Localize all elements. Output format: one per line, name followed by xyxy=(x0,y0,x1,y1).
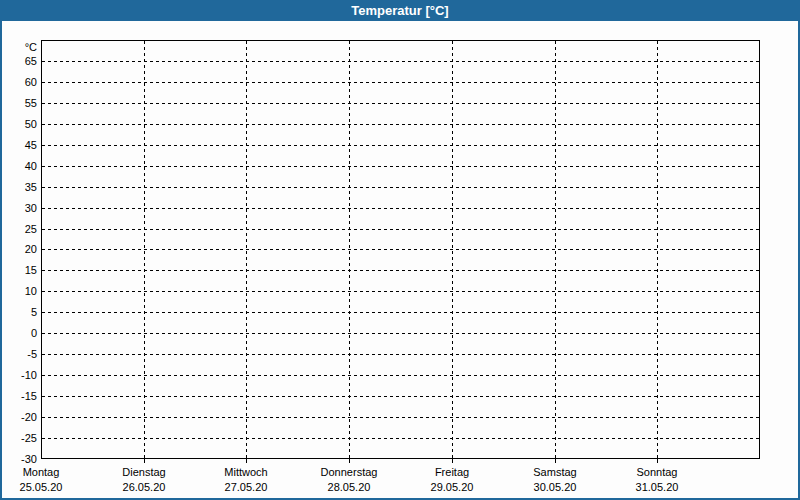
v-gridline xyxy=(452,41,453,458)
day-date: 31.05.20 xyxy=(597,480,717,495)
y-tick-label: -30 xyxy=(2,452,37,466)
y-tick-label: 35 xyxy=(2,180,37,194)
x-day-label: Freitag29.05.20 xyxy=(392,465,512,495)
h-gridline xyxy=(42,229,759,230)
x-tick-mark xyxy=(349,459,350,463)
y-tick-label: 40 xyxy=(2,159,37,173)
title-bar: Temperatur [°C] xyxy=(0,0,800,21)
v-gridline xyxy=(657,41,658,458)
v-gridline xyxy=(144,41,145,458)
y-tick-label: -25 xyxy=(2,431,37,445)
y-tick-label: 45 xyxy=(2,138,37,152)
y-tick-label: 20 xyxy=(2,242,37,256)
day-date: 27.05.20 xyxy=(186,480,306,495)
y-tick-label: 25 xyxy=(2,222,37,236)
x-day-label: Donnerstag28.05.20 xyxy=(289,465,409,495)
h-gridline xyxy=(42,333,759,334)
h-gridline xyxy=(42,82,759,83)
x-tick-mark xyxy=(657,459,658,463)
v-gridline xyxy=(349,41,350,458)
y-tick-label: 50 xyxy=(2,117,37,131)
x-tick-mark xyxy=(555,459,556,463)
y-tick-label: 65 xyxy=(2,54,37,68)
y-tick-label: 60 xyxy=(2,75,37,89)
h-gridline xyxy=(42,417,759,418)
day-name: Sonntag xyxy=(597,465,717,480)
y-tick-label: 55 xyxy=(2,96,37,110)
h-gridline xyxy=(42,375,759,376)
h-gridline xyxy=(42,396,759,397)
y-tick-label: -10 xyxy=(2,368,37,382)
day-date: 28.05.20 xyxy=(289,480,409,495)
y-tick-label: 30 xyxy=(2,201,37,215)
v-gridline xyxy=(555,41,556,458)
day-name: Freitag xyxy=(392,465,512,480)
h-gridline xyxy=(42,103,759,104)
y-tick-label: -20 xyxy=(2,410,37,424)
y-tick-label: -5 xyxy=(2,347,37,361)
y-tick-label: 5 xyxy=(2,305,37,319)
day-name: Donnerstag xyxy=(289,465,409,480)
y-axis-unit-label: °C xyxy=(2,40,37,54)
h-gridline xyxy=(42,312,759,313)
chart-window: Temperatur [°C] °C 656055504540353025201… xyxy=(0,0,800,500)
x-day-label: Sonntag31.05.20 xyxy=(597,465,717,495)
y-tick-label: 0 xyxy=(2,326,37,340)
day-name: Mittwoch xyxy=(186,465,306,480)
x-tick-mark xyxy=(452,459,453,463)
h-gridline xyxy=(42,249,759,250)
plot-area xyxy=(41,40,760,459)
y-tick-label: 10 xyxy=(2,284,37,298)
h-gridline xyxy=(42,166,759,167)
h-gridline xyxy=(42,438,759,439)
x-tick-mark xyxy=(246,459,247,463)
h-gridline xyxy=(42,61,759,62)
chart-title: Temperatur [°C] xyxy=(351,3,448,18)
h-gridline xyxy=(42,187,759,188)
day-date: 29.05.20 xyxy=(392,480,512,495)
h-gridline xyxy=(42,354,759,355)
x-tick-mark xyxy=(144,459,145,463)
x-day-label: Mittwoch27.05.20 xyxy=(186,465,306,495)
h-gridline xyxy=(42,291,759,292)
y-tick-label: -15 xyxy=(2,389,37,403)
y-tick-label: 15 xyxy=(2,263,37,277)
v-gridline xyxy=(246,41,247,458)
h-gridline xyxy=(42,270,759,271)
h-gridline xyxy=(42,145,759,146)
h-gridline xyxy=(42,124,759,125)
h-gridline xyxy=(42,208,759,209)
